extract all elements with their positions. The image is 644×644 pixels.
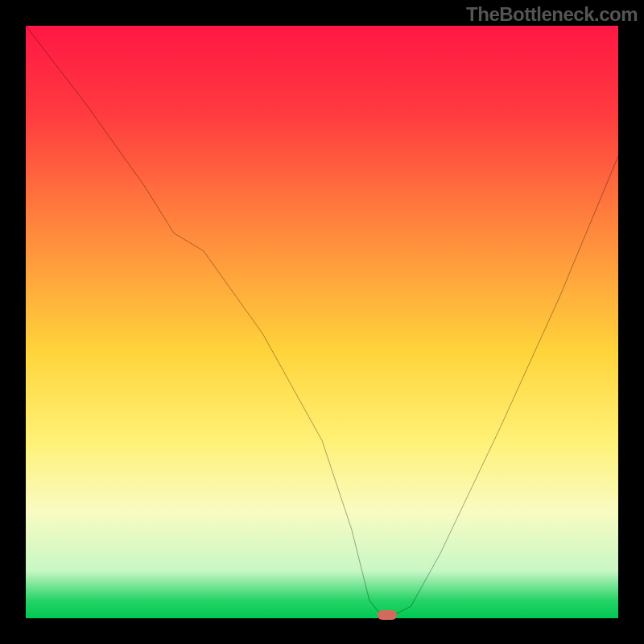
chart-frame: TheBottleneck.com: [0, 0, 644, 644]
optimal-marker: [378, 610, 397, 620]
chart-svg: [26, 26, 618, 618]
plot-area: [26, 26, 618, 618]
watermark-text: TheBottleneck.com: [466, 3, 638, 26]
gradient-background: [26, 26, 618, 618]
